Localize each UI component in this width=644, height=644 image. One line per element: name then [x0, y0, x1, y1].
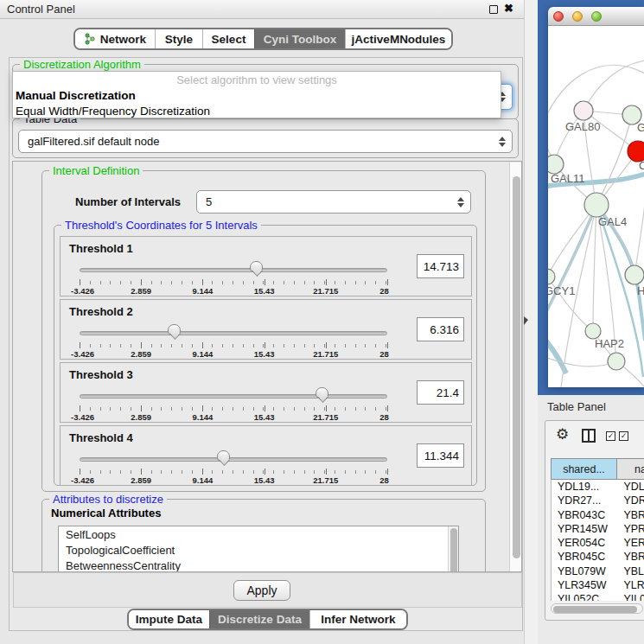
combo-stepper-icon — [499, 137, 506, 147]
panel-scrollbar[interactable] — [509, 163, 522, 571]
node-table: shared... na YDL19...YDL1 YDR27...YDR2 Y… — [551, 458, 644, 601]
threshold-1-value-field[interactable] — [417, 254, 464, 278]
tick-label: 15.43 — [254, 286, 275, 296]
tab-cyni-toolbox[interactable]: Cyni Toolbox — [254, 29, 345, 48]
numerical-attributes-list[interactable]: SelfLoops TopologicalCoefficient Between… — [58, 526, 459, 572]
table-row[interactable]: YBR043CYBR0 — [552, 508, 644, 522]
node-gal11[interactable] — [548, 155, 564, 174]
slider-thumb[interactable] — [168, 324, 181, 335]
list-item[interactable]: BetweennessCentrality — [59, 558, 458, 572]
tab-select[interactable]: Select — [202, 29, 254, 48]
slider-track[interactable] — [80, 268, 387, 272]
table-panel: ⚙ ✓ ✓ shared... na YDL19...YDL1 YDR27...… — [545, 420, 644, 621]
threshold-2-slider[interactable]: -3.426 2.859 9.144 15.43 21.715 28 — [80, 322, 387, 357]
table-data-combobox[interactable]: galFiltered.sif default node — [18, 130, 513, 153]
tab-jactivemnodules[interactable]: jActiveMNodules — [345, 29, 451, 48]
tab-discretize-data[interactable]: Discretize Data — [209, 610, 309, 628]
threshold-1-section: Threshold 1 -3.426 2.859 9.144 15.43 21.… — [60, 236, 472, 296]
checkbox-column-icon[interactable]: ✓ — [606, 431, 615, 441]
node-gcy1[interactable] — [548, 269, 555, 284]
threshold-1-slider[interactable]: -3.426 2.859 9.144 15.43 21.715 28 — [80, 259, 387, 294]
tick-label: 9.144 — [193, 412, 214, 422]
combo-stepper-icon — [457, 197, 464, 207]
table-row[interactable]: YIL052CYIL0 — [552, 592, 644, 601]
apply-button[interactable]: Apply — [233, 580, 290, 601]
tick-label: 21.715 — [313, 475, 338, 485]
dropdown-placeholder: Select algorithm to view settings — [13, 72, 501, 88]
table-row[interactable]: YDR27...YDR2 — [552, 494, 644, 507]
column-header-name[interactable]: na — [617, 458, 644, 480]
number-of-intervals-combobox[interactable]: 5 — [196, 190, 471, 214]
panel-scrollbar-thumb[interactable] — [513, 176, 520, 558]
tab-style[interactable]: Style — [155, 29, 202, 48]
list-scrollbar-thumb[interactable] — [450, 528, 457, 572]
tick-label: 28 — [379, 286, 389, 296]
threshold-3-value-field[interactable] — [417, 380, 464, 405]
node-h[interactable] — [625, 265, 644, 284]
tick-label: 15.43 — [254, 412, 275, 422]
list-item[interactable]: SelfLoops — [59, 526, 458, 542]
tick-label: 2.859 — [131, 349, 151, 359]
dropdown-item-equal-width[interactable]: Equal Width/Frequency Discretization — [13, 104, 501, 119]
list-scrollbar[interactable] — [448, 526, 458, 572]
close-traffic-light[interactable] — [553, 11, 564, 22]
zoom-traffic-light[interactable] — [591, 11, 602, 22]
slider-thumb[interactable] — [316, 387, 328, 398]
node-label: C — [639, 159, 644, 172]
table-row[interactable]: YBL079WYBL0 — [552, 564, 644, 578]
tab-impute-data[interactable]: Impute Data — [129, 610, 209, 628]
threshold-4-slider[interactable]: -3.426 2.859 9.144 15.43 21.715 28 — [80, 449, 387, 483]
network-window-titlebar[interactable] — [548, 7, 644, 26]
tab-label: Infer Network — [321, 613, 395, 626]
node-label: GAL4 — [598, 215, 627, 228]
slider-thumb[interactable] — [217, 450, 230, 461]
dropdown-item-manual-discretization[interactable]: Manual Discretization — [13, 88, 501, 104]
slider-track[interactable] — [80, 394, 387, 399]
table-row[interactable]: YDL19...YDL1 — [552, 480, 644, 494]
table-row[interactable]: YER054CYER0 — [552, 536, 644, 550]
checkbox-column-icon[interactable]: ✓ — [619, 431, 628, 441]
slider-thumb[interactable] — [250, 261, 263, 271]
tick-label: 2.859 — [131, 475, 151, 485]
tab-infer-network[interactable]: Infer Network — [309, 610, 406, 628]
threshold-2-value-field[interactable] — [417, 317, 464, 341]
table-row[interactable]: YPR145WYPR1 — [552, 522, 644, 536]
tab-label: jActiveMNodules — [352, 33, 446, 46]
mouse-cursor — [524, 316, 528, 325]
tick-label: 28 — [379, 475, 389, 485]
tab-network[interactable]: Network — [75, 29, 155, 48]
threshold-4-section: Threshold 4 -3.426 2.859 9.144 15.43 21.… — [60, 425, 472, 486]
slider-track[interactable] — [80, 331, 387, 335]
tick-label: -3.426 — [71, 286, 94, 296]
slider-ticks — [80, 470, 387, 474]
node-label: GCY1 — [548, 284, 575, 297]
minimize-traffic-light[interactable] — [572, 11, 583, 22]
close-icon[interactable]: ✖ — [504, 2, 513, 15]
split-columns-icon[interactable] — [582, 429, 596, 443]
tab-label: Network — [100, 33, 146, 46]
tick-label: 28 — [379, 349, 389, 359]
table-row[interactable]: YBR045CYBR0 — [552, 550, 644, 564]
threshold-4-value-field[interactable] — [417, 443, 464, 468]
list-item[interactable]: TopologicalCoefficient — [59, 542, 458, 558]
bottom-tab-bar: Impute Data Discretize Data Infer Networ… — [127, 609, 408, 630]
tick-label: -3.426 — [71, 412, 94, 422]
tick-label: 21.715 — [313, 349, 338, 359]
tick-label: 2.859 — [131, 286, 151, 296]
tab-label: Impute Data — [136, 613, 202, 626]
column-header-shared-name[interactable]: shared... — [551, 458, 617, 480]
attributes-group-label: Attributes to discretize — [49, 493, 167, 506]
network-canvas[interactable]: GAL80 GA C GAL11 GAL4 GCY1 H HAP2 — [548, 26, 644, 387]
threshold-4-title: Threshold 4 — [69, 431, 133, 444]
table-row[interactable]: YLR345WYLR3 — [552, 578, 644, 592]
node-gal80[interactable] — [574, 101, 593, 120]
slider-track[interactable] — [80, 457, 387, 462]
float-window-icon[interactable] — [489, 5, 498, 14]
node-gal4[interactable] — [584, 193, 609, 217]
threshold-3-slider[interactable]: -3.426 2.859 9.144 15.43 21.715 28 — [80, 386, 387, 420]
table-horizontal-scrollbar[interactable] — [551, 603, 643, 614]
node-bottom[interactable] — [608, 353, 625, 370]
panel-title: Control Panel — [7, 3, 75, 16]
table-scrollbar-thumb[interactable] — [553, 606, 637, 613]
gear-icon[interactable]: ⚙ — [556, 425, 569, 443]
